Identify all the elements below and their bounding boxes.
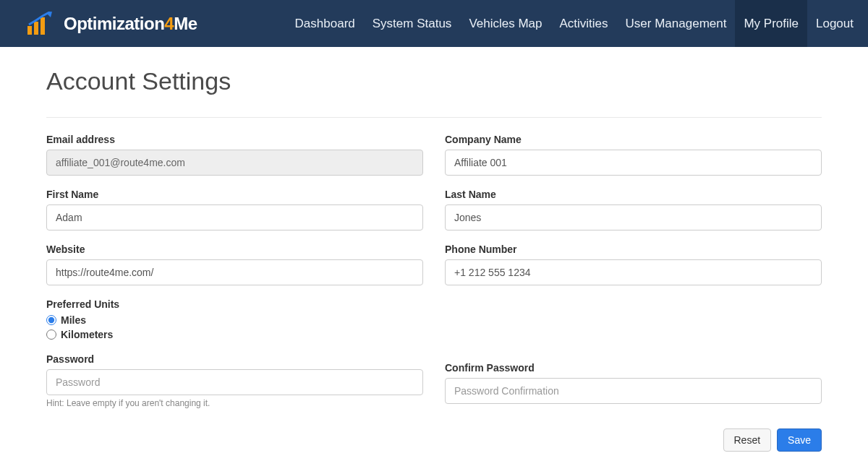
nav-my-profile[interactable]: My Profile (735, 0, 807, 47)
svg-rect-0 (27, 26, 32, 35)
label-confirm-password: Confirm Password (445, 362, 822, 374)
form-col-left: Email address First Name Website Preferr… (46, 134, 423, 408)
label-first-name: First Name (46, 189, 423, 200)
radio-miles-row[interactable]: Miles (46, 314, 423, 326)
nav-dashboard[interactable]: Dashboard (286, 0, 364, 47)
confirm-password-input[interactable] (445, 378, 822, 404)
radio-miles[interactable] (46, 315, 56, 325)
nav-vehicles-map[interactable]: Vehicles Map (460, 0, 550, 47)
field-first-name: First Name (46, 189, 423, 231)
divider (46, 117, 822, 118)
form-col-right: Company Name Last Name Phone Number Conf… (445, 134, 822, 408)
phone-input[interactable] (445, 259, 822, 285)
radio-kilometers[interactable] (46, 329, 56, 340)
svg-rect-1 (34, 22, 38, 35)
radio-kilometers-label: Kilometers (61, 329, 113, 340)
email-input (46, 150, 423, 176)
label-website: Website (46, 244, 423, 255)
form-actions: Reset Save (46, 428, 822, 452)
last-name-input[interactable] (445, 204, 822, 231)
label-phone: Phone Number (445, 244, 822, 255)
first-name-input[interactable] (46, 204, 423, 231)
radio-miles-label: Miles (61, 314, 86, 326)
password-input[interactable] (46, 369, 423, 395)
label-last-name: Last Name (445, 189, 822, 200)
page-title: Account Settings (46, 67, 822, 95)
nav-items: Dashboard System Status Vehicles Map Act… (286, 0, 868, 47)
navbar: Optimization4Me Dashboard System Status … (0, 0, 868, 47)
brand-name-part2: 4 (164, 14, 174, 33)
radio-kilometers-row[interactable]: Kilometers (46, 329, 423, 340)
password-hint: Hint: Leave empty if you aren't changing… (46, 398, 423, 408)
nav-system-status[interactable]: System Status (364, 0, 461, 47)
label-units: Preferred Units (46, 298, 423, 310)
nav-logout[interactable]: Logout (807, 0, 868, 47)
field-units: Preferred Units Miles Kilometers (46, 298, 423, 340)
field-confirm-password: Confirm Password (445, 362, 822, 404)
field-password: Password Hint: Leave empty if you aren't… (46, 353, 423, 408)
field-company: Company Name (445, 134, 822, 176)
field-last-name: Last Name (445, 189, 822, 231)
nav-user-management[interactable]: User Management (617, 0, 736, 47)
brand-logo[interactable]: Optimization4Me (26, 12, 197, 36)
label-company: Company Name (445, 134, 822, 145)
field-phone: Phone Number (445, 244, 822, 285)
company-input[interactable] (445, 150, 822, 176)
field-email: Email address (46, 134, 423, 176)
page-content: Account Settings Email address First Nam… (0, 47, 868, 461)
save-button[interactable]: Save (777, 428, 822, 452)
brand-name-part1: Optimization (64, 14, 164, 33)
spacer (445, 298, 822, 349)
logo-icon (26, 12, 58, 36)
units-radio-group: Miles Kilometers (46, 314, 423, 340)
account-form: Email address First Name Website Preferr… (46, 134, 822, 408)
field-website: Website (46, 244, 423, 285)
reset-button[interactable]: Reset (723, 428, 772, 452)
brand-name: Optimization4Me (64, 14, 197, 34)
website-input[interactable] (46, 259, 423, 285)
nav-activities[interactable]: Activities (551, 0, 617, 47)
label-password: Password (46, 353, 423, 365)
label-email: Email address (46, 134, 423, 145)
brand-name-part3: Me (174, 14, 197, 33)
svg-rect-2 (41, 17, 45, 35)
